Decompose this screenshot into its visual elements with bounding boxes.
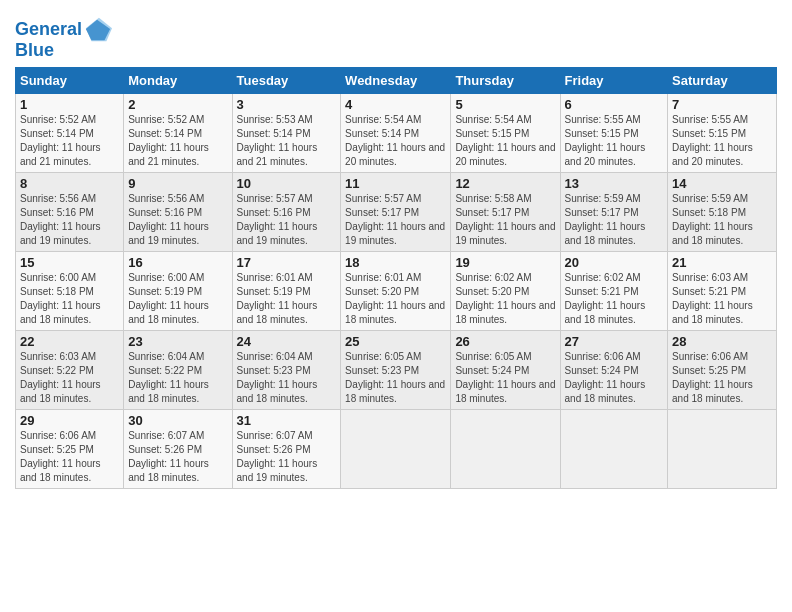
day-number: 13 <box>565 176 664 191</box>
day-info: Sunrise: 6:01 AMSunset: 5:20 PMDaylight:… <box>345 272 445 325</box>
day-info: Sunrise: 5:56 AMSunset: 5:16 PMDaylight:… <box>20 193 101 246</box>
calendar-cell <box>668 410 777 489</box>
calendar-cell: 21Sunrise: 6:03 AMSunset: 5:21 PMDayligh… <box>668 252 777 331</box>
day-number: 6 <box>565 97 664 112</box>
calendar-week-row: 15Sunrise: 6:00 AMSunset: 5:18 PMDayligh… <box>16 252 777 331</box>
calendar-cell: 14Sunrise: 5:59 AMSunset: 5:18 PMDayligh… <box>668 173 777 252</box>
calendar-cell: 9Sunrise: 5:56 AMSunset: 5:16 PMDaylight… <box>124 173 232 252</box>
day-info: Sunrise: 6:03 AMSunset: 5:21 PMDaylight:… <box>672 272 753 325</box>
day-header-saturday: Saturday <box>668 68 777 94</box>
day-number: 23 <box>128 334 227 349</box>
day-info: Sunrise: 6:07 AMSunset: 5:26 PMDaylight:… <box>237 430 318 483</box>
calendar-cell: 8Sunrise: 5:56 AMSunset: 5:16 PMDaylight… <box>16 173 124 252</box>
day-header-tuesday: Tuesday <box>232 68 341 94</box>
day-info: Sunrise: 6:06 AMSunset: 5:25 PMDaylight:… <box>20 430 101 483</box>
day-info: Sunrise: 5:55 AMSunset: 5:15 PMDaylight:… <box>565 114 646 167</box>
day-number: 14 <box>672 176 772 191</box>
svg-marker-1 <box>86 18 112 41</box>
logo-text: General <box>15 20 82 40</box>
calendar-cell: 17Sunrise: 6:01 AMSunset: 5:19 PMDayligh… <box>232 252 341 331</box>
day-number: 19 <box>455 255 555 270</box>
day-number: 27 <box>565 334 664 349</box>
calendar-week-row: 8Sunrise: 5:56 AMSunset: 5:16 PMDaylight… <box>16 173 777 252</box>
calendar-cell: 5Sunrise: 5:54 AMSunset: 5:15 PMDaylight… <box>451 94 560 173</box>
calendar-cell: 16Sunrise: 6:00 AMSunset: 5:19 PMDayligh… <box>124 252 232 331</box>
logo-icon <box>84 16 112 44</box>
calendar-cell: 25Sunrise: 6:05 AMSunset: 5:23 PMDayligh… <box>341 331 451 410</box>
day-header-sunday: Sunday <box>16 68 124 94</box>
calendar-week-row: 22Sunrise: 6:03 AMSunset: 5:22 PMDayligh… <box>16 331 777 410</box>
day-number: 10 <box>237 176 337 191</box>
day-info: Sunrise: 6:02 AMSunset: 5:20 PMDaylight:… <box>455 272 555 325</box>
day-info: Sunrise: 6:06 AMSunset: 5:25 PMDaylight:… <box>672 351 753 404</box>
day-number: 7 <box>672 97 772 112</box>
day-info: Sunrise: 5:52 AMSunset: 5:14 PMDaylight:… <box>128 114 209 167</box>
day-number: 12 <box>455 176 555 191</box>
day-number: 1 <box>20 97 119 112</box>
calendar-week-row: 1Sunrise: 5:52 AMSunset: 5:14 PMDaylight… <box>16 94 777 173</box>
day-info: Sunrise: 6:05 AMSunset: 5:24 PMDaylight:… <box>455 351 555 404</box>
day-number: 18 <box>345 255 446 270</box>
day-number: 11 <box>345 176 446 191</box>
calendar-cell: 6Sunrise: 5:55 AMSunset: 5:15 PMDaylight… <box>560 94 668 173</box>
calendar-cell: 22Sunrise: 6:03 AMSunset: 5:22 PMDayligh… <box>16 331 124 410</box>
day-header-friday: Friday <box>560 68 668 94</box>
day-number: 31 <box>237 413 337 428</box>
calendar-cell: 10Sunrise: 5:57 AMSunset: 5:16 PMDayligh… <box>232 173 341 252</box>
day-number: 9 <box>128 176 227 191</box>
day-info: Sunrise: 6:03 AMSunset: 5:22 PMDaylight:… <box>20 351 101 404</box>
day-info: Sunrise: 6:04 AMSunset: 5:22 PMDaylight:… <box>128 351 209 404</box>
day-info: Sunrise: 5:59 AMSunset: 5:17 PMDaylight:… <box>565 193 646 246</box>
day-info: Sunrise: 5:58 AMSunset: 5:17 PMDaylight:… <box>455 193 555 246</box>
day-number: 24 <box>237 334 337 349</box>
calendar-cell <box>451 410 560 489</box>
day-number: 22 <box>20 334 119 349</box>
calendar-cell: 23Sunrise: 6:04 AMSunset: 5:22 PMDayligh… <box>124 331 232 410</box>
day-header-wednesday: Wednesday <box>341 68 451 94</box>
day-header-monday: Monday <box>124 68 232 94</box>
day-number: 4 <box>345 97 446 112</box>
day-info: Sunrise: 6:01 AMSunset: 5:19 PMDaylight:… <box>237 272 318 325</box>
calendar-cell: 2Sunrise: 5:52 AMSunset: 5:14 PMDaylight… <box>124 94 232 173</box>
day-info: Sunrise: 6:00 AMSunset: 5:18 PMDaylight:… <box>20 272 101 325</box>
calendar-cell: 28Sunrise: 6:06 AMSunset: 5:25 PMDayligh… <box>668 331 777 410</box>
calendar-cell: 26Sunrise: 6:05 AMSunset: 5:24 PMDayligh… <box>451 331 560 410</box>
day-info: Sunrise: 6:05 AMSunset: 5:23 PMDaylight:… <box>345 351 445 404</box>
day-number: 17 <box>237 255 337 270</box>
day-info: Sunrise: 6:02 AMSunset: 5:21 PMDaylight:… <box>565 272 646 325</box>
day-number: 16 <box>128 255 227 270</box>
calendar-cell: 12Sunrise: 5:58 AMSunset: 5:17 PMDayligh… <box>451 173 560 252</box>
calendar-cell: 27Sunrise: 6:06 AMSunset: 5:24 PMDayligh… <box>560 331 668 410</box>
day-number: 30 <box>128 413 227 428</box>
calendar-cell: 18Sunrise: 6:01 AMSunset: 5:20 PMDayligh… <box>341 252 451 331</box>
calendar-cell <box>560 410 668 489</box>
day-header-thursday: Thursday <box>451 68 560 94</box>
day-info: Sunrise: 6:00 AMSunset: 5:19 PMDaylight:… <box>128 272 209 325</box>
calendar-cell: 31Sunrise: 6:07 AMSunset: 5:26 PMDayligh… <box>232 410 341 489</box>
day-info: Sunrise: 6:07 AMSunset: 5:26 PMDaylight:… <box>128 430 209 483</box>
calendar-week-row: 29Sunrise: 6:06 AMSunset: 5:25 PMDayligh… <box>16 410 777 489</box>
day-number: 5 <box>455 97 555 112</box>
day-number: 3 <box>237 97 337 112</box>
day-number: 8 <box>20 176 119 191</box>
calendar-cell: 1Sunrise: 5:52 AMSunset: 5:14 PMDaylight… <box>16 94 124 173</box>
calendar-cell: 13Sunrise: 5:59 AMSunset: 5:17 PMDayligh… <box>560 173 668 252</box>
day-number: 29 <box>20 413 119 428</box>
header: General Blue <box>15 10 777 61</box>
calendar-cell <box>341 410 451 489</box>
day-number: 26 <box>455 334 555 349</box>
day-number: 15 <box>20 255 119 270</box>
day-info: Sunrise: 5:55 AMSunset: 5:15 PMDaylight:… <box>672 114 753 167</box>
day-info: Sunrise: 5:57 AMSunset: 5:16 PMDaylight:… <box>237 193 318 246</box>
calendar-cell: 11Sunrise: 5:57 AMSunset: 5:17 PMDayligh… <box>341 173 451 252</box>
day-number: 2 <box>128 97 227 112</box>
day-info: Sunrise: 5:53 AMSunset: 5:14 PMDaylight:… <box>237 114 318 167</box>
day-info: Sunrise: 6:04 AMSunset: 5:23 PMDaylight:… <box>237 351 318 404</box>
day-number: 21 <box>672 255 772 270</box>
calendar-cell: 3Sunrise: 5:53 AMSunset: 5:14 PMDaylight… <box>232 94 341 173</box>
day-number: 28 <box>672 334 772 349</box>
calendar-cell: 4Sunrise: 5:54 AMSunset: 5:14 PMDaylight… <box>341 94 451 173</box>
calendar: SundayMondayTuesdayWednesdayThursdayFrid… <box>15 67 777 489</box>
day-number: 20 <box>565 255 664 270</box>
calendar-cell: 24Sunrise: 6:04 AMSunset: 5:23 PMDayligh… <box>232 331 341 410</box>
